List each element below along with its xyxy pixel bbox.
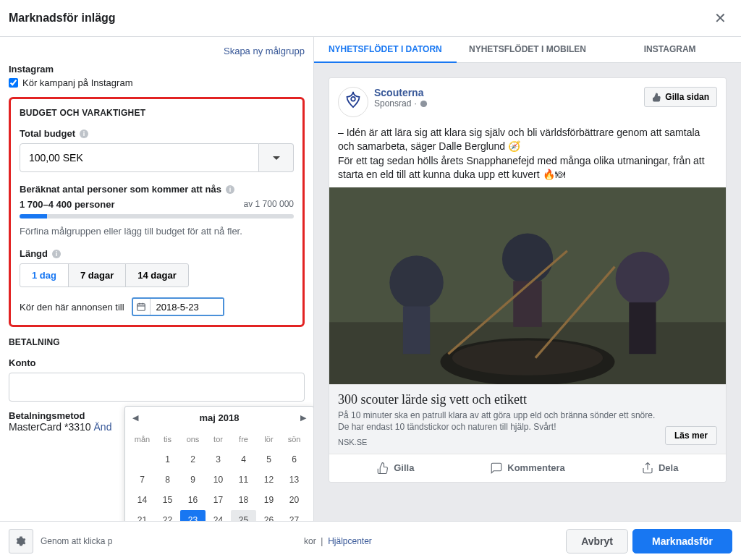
info-icon[interactable]: i bbox=[226, 185, 234, 194]
end-date-input[interactable] bbox=[151, 299, 223, 315]
comment-icon bbox=[490, 462, 503, 475]
cal-day[interactable]: 12 bbox=[256, 470, 281, 490]
cal-day[interactable]: 27 bbox=[281, 510, 307, 521]
share-icon bbox=[641, 462, 654, 475]
cal-day[interactable]: 9 bbox=[180, 470, 206, 490]
svg-rect-0 bbox=[137, 304, 145, 310]
reach-fill bbox=[20, 214, 47, 219]
info-icon[interactable]: i bbox=[52, 250, 61, 258]
cal-dow: ons bbox=[180, 429, 206, 449]
svg-point-7 bbox=[389, 256, 444, 310]
like-page-button[interactable]: Gilla sidan bbox=[644, 87, 717, 107]
cal-dow: lör bbox=[256, 429, 281, 449]
cal-day[interactable]: 15 bbox=[155, 490, 180, 510]
duration-14-days[interactable]: 14 dagar bbox=[125, 263, 188, 287]
info-icon[interactable]: i bbox=[80, 130, 88, 138]
account-select[interactable] bbox=[9, 373, 305, 402]
cal-day[interactable]: 23 bbox=[180, 510, 206, 521]
share-action[interactable]: Dela bbox=[593, 454, 726, 482]
account-label: Konto bbox=[9, 357, 36, 368]
cal-day[interactable]: 16 bbox=[180, 490, 206, 510]
payment-method-value: MasterCard *3310 bbox=[9, 421, 91, 433]
total-budget-label: Total budget bbox=[20, 128, 75, 139]
reach-hint: Förfina målgruppen eller lägg till budge… bbox=[20, 226, 294, 237]
post-page-name[interactable]: Scouterna bbox=[374, 87, 428, 98]
duration-buttons: 1 dag 7 dagar 14 dagar bbox=[20, 263, 294, 287]
create-audience-link[interactable]: Skapa ny målgrupp bbox=[224, 46, 305, 56]
cal-day[interactable]: 6 bbox=[281, 449, 307, 470]
budget-input[interactable] bbox=[20, 143, 259, 172]
tab-mobile-feed[interactable]: NYHETSFLÖDET I MOBILEN bbox=[457, 37, 599, 63]
cal-month: maj 2018 bbox=[200, 412, 240, 423]
duration-1-day[interactable]: 1 dag bbox=[20, 263, 69, 287]
post-body-text: – Idén är att lära sig att klara sig sjä… bbox=[329, 126, 726, 187]
close-icon: ✕ bbox=[714, 10, 727, 26]
cal-day[interactable]: 14 bbox=[130, 490, 155, 510]
cal-day[interactable]: 26 bbox=[256, 510, 281, 521]
tab-instagram[interactable]: INSTAGRAM bbox=[598, 37, 741, 63]
budget-section-title: BUDGET OCH VARAKTIGHET bbox=[20, 108, 294, 118]
cal-day[interactable]: 22 bbox=[155, 510, 180, 521]
cal-dow: sön bbox=[281, 429, 307, 449]
cal-dow: tis bbox=[155, 429, 180, 449]
thumb-icon bbox=[652, 93, 661, 102]
cal-day[interactable]: 17 bbox=[206, 490, 231, 510]
cal-day[interactable]: 3 bbox=[206, 449, 231, 470]
post-link-title: 300 scouter lärde sig vett och etikett bbox=[338, 392, 717, 407]
like-page-label: Gilla sidan bbox=[665, 92, 709, 102]
dot: · bbox=[414, 98, 416, 109]
cal-day[interactable]: 24 bbox=[206, 510, 231, 521]
cal-day[interactable]: 8 bbox=[155, 470, 180, 490]
cal-prev[interactable]: ◀ bbox=[132, 413, 138, 423]
read-more-button[interactable]: Läs mer bbox=[665, 426, 717, 445]
calendar-icon[interactable] bbox=[133, 299, 151, 315]
cal-next[interactable]: ▶ bbox=[300, 413, 306, 423]
cal-day[interactable]: 10 bbox=[206, 470, 231, 490]
cal-day[interactable]: 11 bbox=[231, 470, 256, 490]
svg-point-6 bbox=[452, 341, 603, 376]
change-payment-link[interactable]: Änd bbox=[94, 421, 112, 433]
post-image[interactable] bbox=[329, 187, 726, 384]
cancel-button[interactable]: Avbryt bbox=[566, 529, 628, 553]
cal-day[interactable]: 7 bbox=[130, 470, 155, 490]
reach-label: Beräknat antal personer som kommer att n… bbox=[20, 184, 221, 195]
svg-point-1 bbox=[351, 97, 355, 101]
cal-day[interactable]: 5 bbox=[256, 449, 281, 470]
payment-method-label: Betalningsmetod bbox=[9, 410, 85, 421]
help-center-link[interactable]: Hjälpcenter bbox=[328, 536, 372, 546]
page-avatar[interactable] bbox=[338, 87, 368, 117]
payment-section-title: BETALNING bbox=[9, 337, 305, 347]
comment-label: Kommentera bbox=[507, 462, 564, 473]
chevron-down-icon bbox=[273, 156, 280, 160]
settings-button[interactable] bbox=[9, 529, 33, 553]
cal-day[interactable]: 2 bbox=[180, 449, 206, 470]
cal-day[interactable]: 19 bbox=[256, 490, 281, 510]
budget-currency-dropdown[interactable] bbox=[259, 143, 294, 172]
cal-day[interactable]: 18 bbox=[231, 490, 256, 510]
cal-day[interactable]: 20 bbox=[281, 490, 307, 510]
like-action[interactable]: Gilla bbox=[329, 454, 462, 482]
post-link-domain: NSK.SE bbox=[338, 438, 717, 446]
run-until-label: Kör den här annonsen till bbox=[20, 302, 124, 313]
instagram-checkbox[interactable] bbox=[9, 78, 18, 88]
share-label: Dela bbox=[659, 462, 678, 473]
post-preview: Scouterna Sponsrad · Gilla sidan – Idén … bbox=[329, 77, 727, 483]
duration-7-days[interactable]: 7 dagar bbox=[68, 263, 126, 287]
calendar-popup: ◀ maj 2018 ▶ måntisonstorfrelörsön123456… bbox=[124, 406, 314, 521]
promote-button[interactable]: Marknadsför bbox=[632, 529, 732, 553]
cal-dow: mån bbox=[130, 429, 155, 449]
cal-day[interactable]: 1 bbox=[155, 449, 180, 470]
tab-desktop-feed[interactable]: NYHETSFLÖDET I DATORN bbox=[314, 37, 457, 63]
terms-text: Genom att klicka p bbox=[41, 536, 127, 546]
cal-dow: tor bbox=[206, 429, 231, 449]
close-button[interactable]: ✕ bbox=[708, 4, 732, 33]
gear-icon bbox=[16, 536, 26, 546]
instagram-checkbox-label: Kör kampanj på Instagram bbox=[22, 77, 132, 88]
cal-day[interactable]: 21 bbox=[130, 510, 155, 521]
comment-action[interactable]: Kommentera bbox=[462, 454, 594, 482]
cal-day[interactable]: 4 bbox=[231, 449, 256, 470]
instagram-label: Instagram bbox=[9, 64, 54, 75]
cal-day[interactable]: 25 bbox=[231, 510, 256, 521]
reach-value: 1 700–4 400 personer bbox=[20, 199, 115, 210]
cal-day[interactable]: 13 bbox=[281, 470, 307, 490]
